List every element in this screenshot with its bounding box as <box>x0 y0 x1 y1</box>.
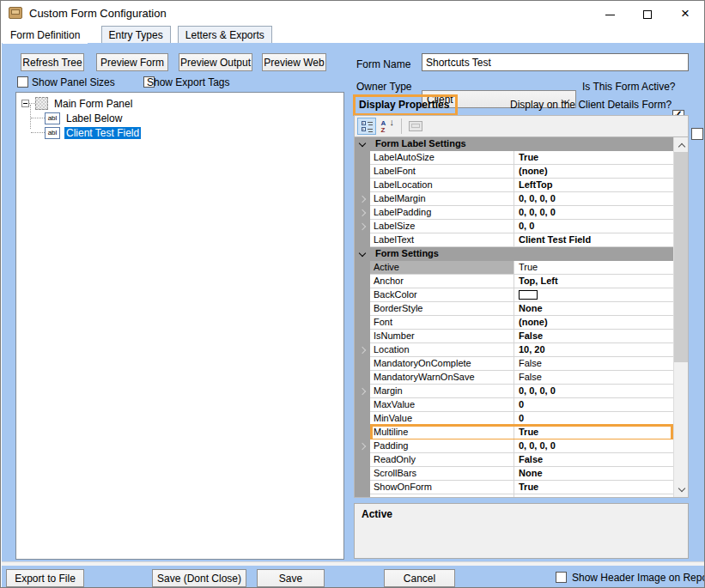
scroll-up-icon[interactable] <box>674 137 689 152</box>
show-panel-sizes-checkbox[interactable] <box>17 76 28 88</box>
category-row-form-settings[interactable]: Form Settings <box>355 247 673 261</box>
display-client-details-checkbox[interactable] <box>691 128 703 140</box>
property-name: ShowOnForm <box>370 481 514 494</box>
alphabetical-sort-icon[interactable]: AZ↓ <box>378 118 397 135</box>
minimize-button[interactable] <box>591 1 629 26</box>
show-header-image-checkbox[interactable] <box>556 572 567 583</box>
property-row-labelsize[interactable]: LabelSize0, 0 <box>355 220 673 233</box>
tree-item-label: Client Test Field <box>64 127 141 139</box>
tree-item-client-test-field[interactable]: ablClient Test Field <box>16 125 343 140</box>
property-row-maxvalue[interactable]: MaxValue0 <box>355 398 673 412</box>
scroll-down-icon[interactable] <box>674 482 689 497</box>
property-row-isnumber[interactable]: IsNumberFalse <box>355 330 673 343</box>
row-expand-icon[interactable] <box>355 220 370 233</box>
row-expand-icon[interactable] <box>355 343 370 357</box>
property-name: IsNumber <box>370 330 514 343</box>
property-value[interactable]: False <box>514 453 673 467</box>
tree-item-label-below[interactable]: ablLabel Below <box>16 111 343 125</box>
property-row-font[interactable]: Font(none) <box>355 316 673 330</box>
export-to-file-button[interactable]: Export to File <box>6 569 84 587</box>
property-row-multiline[interactable]: MultilineTrue <box>355 426 673 439</box>
property-value[interactable]: 0, 0, 0, 0 <box>514 206 673 220</box>
property-row-scrollbars[interactable]: ScrollBarsNone <box>355 467 673 481</box>
tab-letters-exports[interactable]: Letters & Exports <box>178 26 272 43</box>
property-row-margin[interactable]: Margin0, 0, 0, 0 <box>355 385 673 398</box>
property-value[interactable]: True <box>514 494 673 497</box>
property-row-minvalue[interactable]: MinValue0 <box>355 412 673 426</box>
property-value[interactable]: True <box>514 426 673 439</box>
property-row-borderstyle[interactable]: BorderStyleNone <box>355 302 673 316</box>
category-collapse-icon[interactable] <box>355 137 370 151</box>
property-grid-scrollbar[interactable] <box>673 137 688 497</box>
property-row-showonweb[interactable]: ShowOnWebTrue <box>355 494 673 497</box>
property-value[interactable]: 10, 20 <box>514 343 673 357</box>
property-row-labelmargin[interactable]: LabelMargin0, 0, 0, 0 <box>355 192 673 206</box>
property-value[interactable]: 0 <box>514 412 673 426</box>
property-pages-icon <box>406 118 425 135</box>
property-value[interactable]: 0, 0, 0, 0 <box>514 192 673 206</box>
cancel-button[interactable]: Cancel <box>384 569 455 587</box>
property-row-labeltext[interactable]: LabelTextClient Test Field <box>355 233 673 247</box>
refresh-tree-button[interactable]: Refresh Tree <box>21 53 84 71</box>
property-row-mandatoryoncomplete[interactable]: MandatoryOnCompleteFalse <box>355 357 673 371</box>
row-expand-icon[interactable] <box>355 206 370 220</box>
property-row-showonform[interactable]: ShowOnFormTrue <box>355 481 673 494</box>
row-expand-icon[interactable] <box>355 192 370 206</box>
row-gutter <box>355 453 370 467</box>
property-value[interactable]: LeftTop <box>514 179 673 192</box>
row-gutter <box>355 179 370 192</box>
property-value[interactable]: 0, 0, 0, 0 <box>514 385 673 398</box>
property-row-labelfont[interactable]: LabelFont(none) <box>355 165 673 179</box>
property-value[interactable]: False <box>514 371 673 385</box>
property-value[interactable]: Top, Left <box>514 275 673 288</box>
property-row-active[interactable]: ActiveTrue <box>355 261 673 275</box>
row-gutter <box>355 151 370 165</box>
preview-web-button[interactable]: Preview Web <box>262 53 326 71</box>
save-button[interactable]: Save <box>257 569 325 587</box>
row-expand-icon[interactable] <box>355 439 370 453</box>
property-value[interactable]: True <box>514 261 673 275</box>
property-row-labelautosize[interactable]: LabelAutoSizeTrue <box>355 151 673 165</box>
tab-entry-types[interactable]: Entry Types <box>101 26 171 43</box>
scrollbar-thumb[interactable] <box>674 152 689 362</box>
category-row-form-label-settings[interactable]: Form Label Settings <box>355 137 673 151</box>
save-dont-close--button[interactable]: Save (Dont Close) <box>152 569 246 587</box>
property-row-backcolor[interactable]: BackColor <box>355 288 673 302</box>
property-value[interactable]: False <box>514 330 673 343</box>
property-value[interactable]: (none) <box>514 316 673 330</box>
property-value[interactable]: None <box>514 467 673 481</box>
property-value[interactable]: True <box>514 151 673 165</box>
row-expand-icon[interactable] <box>355 385 370 398</box>
property-row-padding[interactable]: Padding0, 0, 0, 0 <box>355 439 673 453</box>
tree-item-main-form-panel[interactable]: Main Form Panel <box>16 96 343 111</box>
form-name-input[interactable]: Shortcuts Test <box>422 53 689 71</box>
tree-item-label: Label Below <box>64 112 124 124</box>
maximize-button[interactable] <box>629 1 666 26</box>
tree-collapse-icon[interactable] <box>21 100 29 107</box>
property-name: Font <box>370 316 514 330</box>
property-value[interactable]: True <box>514 481 673 494</box>
property-value[interactable]: 0, 0, 0, 0 <box>514 439 673 453</box>
property-row-labellocation[interactable]: LabelLocationLeftTop <box>355 179 673 192</box>
category-collapse-icon[interactable] <box>355 247 370 261</box>
property-value[interactable]: None <box>514 302 673 316</box>
show-panel-sizes-label: Show Panel Sizes <box>32 76 115 88</box>
close-button[interactable]: × <box>666 1 704 26</box>
property-value[interactable]: False <box>514 357 673 371</box>
row-gutter <box>355 316 370 330</box>
property-value[interactable]: (none) <box>514 165 673 179</box>
property-value[interactable]: 0 <box>514 398 673 412</box>
property-row-readonly[interactable]: ReadOnlyFalse <box>355 453 673 467</box>
property-row-anchor[interactable]: AnchorTop, Left <box>355 275 673 288</box>
tab-form-definition[interactable]: Form Definition <box>3 26 88 44</box>
preview-form-button[interactable]: Preview Form <box>96 53 168 71</box>
property-value[interactable]: Client Test Field <box>514 233 673 247</box>
property-value[interactable]: 0, 0 <box>514 220 673 233</box>
property-row-mandatorywarnonsave[interactable]: MandatoryWarnOnSaveFalse <box>355 371 673 385</box>
categorized-icon[interactable]: + + <box>357 118 376 135</box>
property-row-location[interactable]: Location10, 20 <box>355 343 673 357</box>
property-value[interactable] <box>514 288 673 302</box>
preview-output-button[interactable]: Preview Output <box>179 53 252 71</box>
tree-item-label: Main Form Panel <box>52 98 134 110</box>
property-row-labelpadding[interactable]: LabelPadding0, 0, 0, 0 <box>355 206 673 220</box>
